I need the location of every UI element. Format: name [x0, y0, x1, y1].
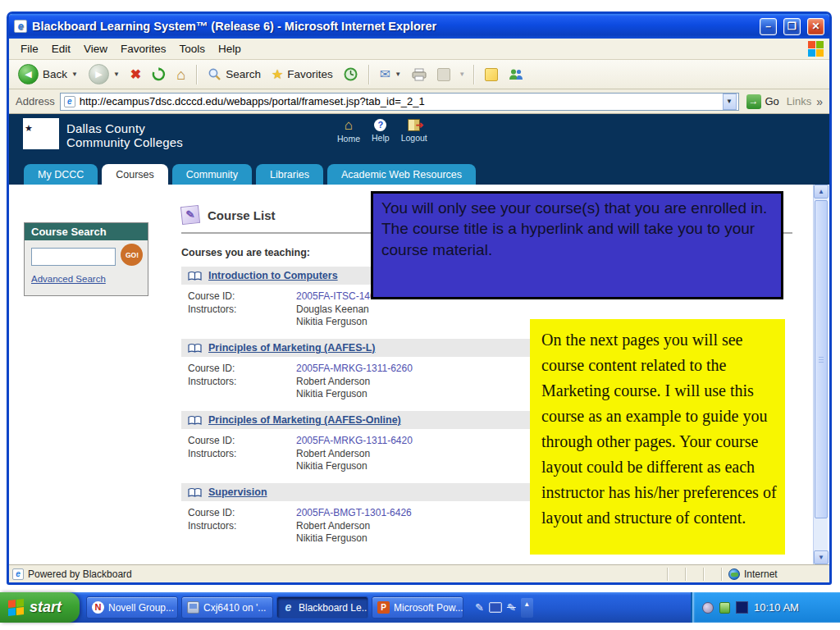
tab-courses[interactable]: Courses — [102, 164, 168, 185]
menu-tools[interactable]: Tools — [173, 40, 212, 57]
portal-help-button[interactable]: ? Help — [372, 119, 390, 144]
instructors-label: Instructors: — [188, 520, 296, 545]
windows-logo-icon — [808, 41, 824, 57]
portal-tab-bar: My DCCC Courses Community Libraries Acad… — [9, 160, 829, 185]
portal-logout-icon: ➔ — [408, 119, 420, 131]
tab-my-dccc[interactable]: My DCCC — [24, 164, 98, 185]
instructor-names: Douglas Keenan Nikitia Ferguson — [296, 304, 542, 328]
history-icon — [344, 67, 358, 81]
course-entry: Principles of Marketing (AAFES-L) Course… — [181, 339, 542, 400]
scroll-up-icon[interactable]: ▲ — [814, 185, 829, 199]
search-icon — [208, 67, 221, 81]
volume-tray-icon[interactable] — [702, 602, 714, 614]
course-list-icon: ✎ — [180, 205, 200, 225]
menu-favorites[interactable]: Favorites — [114, 40, 173, 57]
home-button[interactable]: ⌂ — [174, 66, 188, 83]
start-windows-logo-icon — [8, 598, 25, 616]
tab-libraries[interactable]: Libraries — [256, 164, 323, 185]
course-list-title: Course List — [208, 208, 276, 222]
portal-home-button[interactable]: ⌂ Home — [337, 119, 360, 144]
course-search-title: Course Search — [25, 223, 148, 240]
status-pane — [703, 568, 721, 581]
history-button[interactable] — [341, 66, 360, 83]
instructor-names: Robert Anderson Nikitia Ferguson — [296, 520, 542, 545]
instructors-label: Instructors: — [188, 376, 296, 400]
back-dropdown-icon[interactable]: ▼ — [71, 71, 78, 78]
address-input[interactable]: e http://ecampus7dsc.dcccd.edu/webapps/p… — [60, 93, 739, 111]
menu-edit[interactable]: Edit — [45, 40, 77, 57]
course-title-link[interactable]: Supervision — [208, 486, 267, 498]
system-tray: 10:10 AM — [691, 592, 840, 623]
links-label[interactable]: Links — [787, 95, 811, 107]
course-id-label: Course ID: — [188, 290, 296, 302]
app-tray-icon[interactable] — [736, 601, 748, 614]
powerpoint-icon: P — [377, 601, 390, 614]
advanced-search-link[interactable]: Advanced Search — [31, 274, 106, 284]
book-icon — [188, 271, 202, 281]
refresh-button[interactable] — [149, 66, 168, 83]
tab-academic-web-resources[interactable]: Academic Web Resources — [327, 164, 476, 185]
scrollbar-thumb[interactable] — [815, 200, 828, 518]
go-button[interactable]: → Go — [744, 93, 782, 111]
antivirus-tray-icon[interactable] — [719, 602, 730, 614]
messenger-button[interactable] — [506, 66, 526, 83]
book-icon — [188, 343, 202, 354]
favorites-button[interactable]: ★ Favorites — [269, 66, 336, 83]
print-icon — [412, 68, 427, 81]
address-bar: Address e http://ecampus7dsc.dcccd.edu/w… — [9, 89, 829, 114]
maximize-button[interactable]: ❐ — [783, 18, 801, 35]
book-icon — [188, 415, 202, 426]
menu-view[interactable]: View — [77, 40, 114, 57]
course-title-link[interactable]: Introduction to Computers — [208, 270, 338, 281]
portal-logout-button[interactable]: ➔ Logout — [401, 119, 427, 144]
title-bar[interactable]: e Blackboard Learning System™ (Release 6… — [9, 14, 829, 39]
vertical-scrollbar[interactable]: ▲ ▼ — [813, 185, 828, 564]
mail-button[interactable]: ✉ ▼ — [377, 66, 404, 83]
course-title-link[interactable]: Principles of Marketing (AAFES-Online) — [208, 414, 401, 426]
mail-icon: ✉ — [380, 68, 390, 81]
notes-icon — [485, 68, 498, 81]
taskbar-button-powerpoint[interactable]: P Microsoft Pow... — [372, 596, 463, 619]
taskbar-button-novell[interactable]: N Novell Group... — [86, 596, 178, 619]
dcccd-flag-logo: ★ — [23, 118, 59, 149]
pen-icon[interactable]: ✎ — [475, 602, 484, 614]
taskbar-button-computer[interactable]: Cxj6410 on '... — [181, 596, 273, 619]
start-button[interactable]: start — [0, 592, 80, 623]
back-button[interactable]: ◀ Back ▼ — [16, 62, 80, 86]
close-button[interactable]: ✕ — [807, 18, 824, 35]
course-search-go-button[interactable]: GO! — [121, 244, 143, 266]
messenger-icon — [509, 68, 523, 81]
zone-label: Internet — [744, 568, 778, 580]
course-entry: Principles of Marketing (AAFES-Online) C… — [181, 411, 542, 472]
scroll-down-icon[interactable]: ▼ — [814, 550, 829, 564]
print-button[interactable] — [409, 66, 429, 83]
refresh-icon — [152, 67, 166, 81]
menu-file[interactable]: File — [14, 40, 45, 57]
course-title-link[interactable]: Principles of Marketing (AAFES-L) — [208, 342, 376, 354]
tab-community[interactable]: Community — [172, 164, 252, 185]
go-arrow-icon: → — [746, 94, 761, 109]
back-arrow-icon: ◀ — [18, 64, 39, 84]
forward-dropdown-icon[interactable]: ▼ — [113, 71, 120, 78]
minimize-button[interactable]: – — [760, 18, 777, 35]
course-id-label: Course ID: — [188, 363, 296, 374]
language-bar-options-icon[interactable]: ▲ — [521, 598, 533, 618]
stop-button[interactable]: ✖ — [128, 66, 144, 83]
course-search-input[interactable] — [31, 248, 116, 266]
discuss-button[interactable] — [482, 66, 500, 83]
taskbar-button-blackboard[interactable]: e Blackboard Le... — [276, 596, 368, 619]
links-chevron-icon[interactable]: » — [816, 95, 823, 108]
keyboard-icon[interactable] — [489, 602, 502, 613]
forward-button[interactable]: ▶ ▼ — [86, 62, 122, 86]
menu-help[interactable]: Help — [212, 40, 248, 57]
address-dropdown-icon[interactable]: ▼ — [723, 94, 737, 110]
course-entry: Supervision Course ID: 2005FA-BMGT-1301-… — [181, 483, 542, 545]
yellow-annotation-note: On the next pages you will see course co… — [530, 319, 785, 555]
instructors-label: Instructors: — [188, 448, 296, 472]
mail-dropdown-icon[interactable]: ▼ — [395, 71, 401, 78]
edit-button[interactable] — [435, 66, 453, 83]
forward-arrow-icon: ▶ — [89, 64, 109, 84]
search-button[interactable]: Search — [205, 66, 263, 83]
inking-disabled-icon[interactable]: ✎ — [507, 602, 516, 614]
ie-document-icon: e — [14, 20, 27, 33]
